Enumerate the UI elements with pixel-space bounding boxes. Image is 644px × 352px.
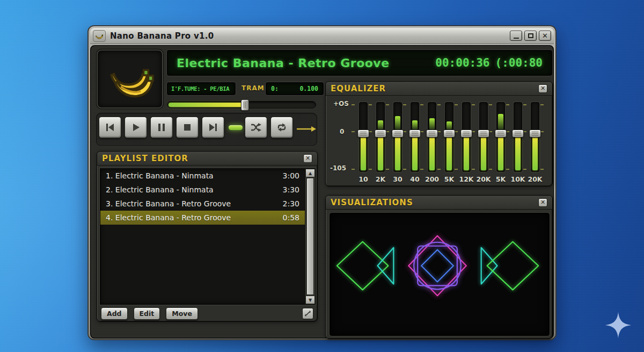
info-lcd-text: I'F.TUME: - PE/BIA: [171, 85, 229, 92]
visualizations-close-button[interactable]: ✕: [538, 198, 547, 207]
previous-button[interactable]: [99, 117, 121, 138]
eq-peak-indicator: [429, 118, 435, 130]
eq-band: 20K: [526, 96, 544, 183]
previous-icon: [105, 123, 115, 132]
seek-bar[interactable]: [167, 101, 316, 109]
eq-fill: [532, 137, 538, 170]
eq-band-label: 20K: [528, 175, 542, 183]
playlist-row[interactable]: 1. Electric Banana - Ninmata 3:00: [100, 169, 305, 183]
scroll-up-button[interactable]: ▲: [305, 169, 315, 177]
album-art: [97, 49, 163, 109]
title-bar[interactable]: Nano Banana Pro v1.0 ✕: [90, 28, 554, 44]
time-display: 00:00:36 (:00:80: [435, 56, 543, 69]
track-label: 1. Electric Banana - Ninmata: [106, 171, 214, 180]
eq-slider-track[interactable]: [445, 102, 453, 172]
minimize-button[interactable]: [510, 31, 522, 41]
eq-fill: [361, 137, 366, 170]
maximize-icon: [528, 33, 533, 38]
window-title: Nano Banana Pro v1.0: [110, 31, 214, 41]
playlist-header[interactable]: PLAYLIST EDITOR ✕: [97, 152, 317, 166]
eq-slider-track[interactable]: [376, 102, 385, 172]
eq-slider-handle[interactable]: [392, 130, 404, 138]
eq-band-label: 5K: [444, 175, 454, 183]
eq-slider-track[interactable]: [496, 102, 505, 172]
eq-slider-handle[interactable]: [375, 130, 386, 138]
eq-slider-handle[interactable]: [495, 130, 507, 138]
eq-fill: [481, 137, 486, 170]
repeat-button[interactable]: [270, 117, 293, 138]
eq-slider-handle[interactable]: [443, 130, 455, 138]
eq-band-label: 30: [393, 175, 402, 183]
eq-band-label: 12K: [459, 175, 473, 183]
player-window: Nano Banana Pro v1.0 ✕ Electric: [87, 25, 557, 340]
next-button[interactable]: [202, 117, 224, 138]
eq-slider-handle[interactable]: [357, 130, 369, 138]
scroll-down-button[interactable]: ▼: [305, 296, 315, 304]
play-button[interactable]: [125, 117, 147, 138]
stop-button[interactable]: [176, 117, 199, 138]
eq-band: 12K: [458, 96, 475, 183]
eq-scale-bottom: -105: [330, 164, 346, 172]
eq-band: 5K: [441, 96, 458, 183]
pause-button[interactable]: [150, 117, 173, 138]
frame-value-left: 0:: [271, 85, 279, 92]
add-button[interactable]: Add: [101, 307, 128, 320]
equalizer-close-button[interactable]: ✕: [538, 84, 547, 93]
shuffle-icon: [250, 123, 262, 132]
scroll-thumb[interactable]: [306, 178, 314, 295]
eq-band: 200: [423, 96, 441, 183]
eq-band-label: 200: [425, 175, 439, 183]
track-duration: 0:58: [283, 213, 299, 222]
track-duration: 3:30: [283, 185, 299, 194]
move-button[interactable]: Move: [166, 307, 198, 320]
eq-fill: [395, 137, 400, 170]
playlist-row[interactable]: 3. Electric Banana - Retro Groove 2:30: [100, 197, 305, 211]
visualizations-header[interactable]: VISUALIZATIONS ✕: [326, 196, 552, 210]
eq-slider-track[interactable]: [531, 102, 539, 172]
eq-peak-indicator: [498, 114, 503, 130]
eq-slider-handle[interactable]: [409, 130, 421, 138]
close-icon: ✕: [542, 32, 548, 39]
eq-slider-handle[interactable]: [529, 130, 541, 138]
eq-slider-track[interactable]: [514, 102, 522, 172]
playlist-row[interactable]: 4. Electric Banana - Retro Groove 0:58: [100, 211, 305, 225]
resize-icon: [304, 310, 311, 317]
close-button[interactable]: ✕: [539, 31, 551, 41]
eq-slider-track[interactable]: [359, 102, 368, 172]
playlist-row[interactable]: 2. Electric Banana - Ninmata 3:30: [100, 183, 305, 197]
eq-slider-handle[interactable]: [478, 130, 489, 138]
eq-band-label: 10: [358, 175, 368, 183]
eq-slider-handle[interactable]: [426, 130, 438, 138]
eq-band: 10: [355, 96, 372, 183]
playlist-close-button[interactable]: ✕: [303, 154, 312, 163]
eq-band-label: 2K: [376, 175, 385, 183]
edit-button[interactable]: Edit: [134, 307, 160, 320]
eq-slider-handle[interactable]: [512, 130, 524, 138]
visualization-screen: [330, 213, 550, 336]
playlist-list: 1. Electric Banana - Ninmata 3:00 2. Ele…: [100, 168, 316, 305]
maximize-button[interactable]: [524, 31, 537, 41]
window-body: Electric Banana - Retro Groove 00:00:36 …: [90, 45, 554, 339]
eq-scale-mid: 0: [340, 128, 344, 135]
status-led: [229, 125, 243, 130]
eq-slider-handle[interactable]: [460, 130, 472, 138]
playlist-title: PLAYLIST EDITOR: [102, 154, 188, 163]
eq-slider-track[interactable]: [411, 102, 419, 172]
equalizer-header[interactable]: EQUALIZER ✕: [326, 82, 552, 96]
equalizer-title: EQUALIZER: [331, 84, 386, 94]
visualizations-title: VISUALIZATIONS: [331, 198, 413, 207]
minimize-icon: [514, 38, 519, 39]
eq-scale-top: +OS: [333, 100, 349, 107]
equalizer-panel: EQUALIZER ✕ +OS 0 -105 10 2K 30 40: [325, 81, 553, 186]
playlist-scrollbar[interactable]: ▲ ▼: [305, 169, 315, 304]
eq-fill: [464, 137, 469, 170]
eq-peak-indicator: [395, 116, 400, 130]
resize-grip[interactable]: [302, 308, 313, 319]
eq-slider-track[interactable]: [393, 102, 402, 172]
eq-slider-track[interactable]: [462, 102, 471, 172]
shuffle-button[interactable]: [245, 117, 267, 138]
eq-slider-track[interactable]: [428, 102, 436, 172]
eq-slider-track[interactable]: [479, 102, 488, 172]
seek-handle[interactable]: [241, 99, 249, 111]
eq-fill: [429, 137, 435, 170]
